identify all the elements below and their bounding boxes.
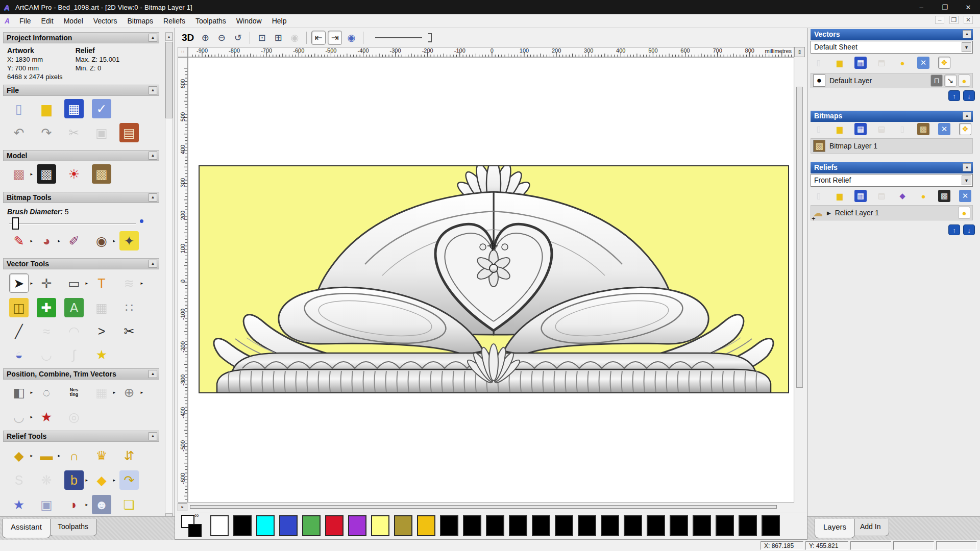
node-editing-icon[interactable]: ∷: [119, 298, 139, 317]
zoom-box-icon[interactable]: ⊡: [255, 31, 269, 45]
collapse-arrow-icon[interactable]: ▲: [149, 34, 157, 42]
menu-reliefs[interactable]: Reliefs: [158, 15, 190, 27]
collapse-arrow-icon[interactable]: ▲: [963, 30, 971, 38]
create-star-icon[interactable]: ★: [92, 345, 111, 364]
palette-swatch-14[interactable]: [532, 515, 550, 536]
toggle-all-vector-layers-icon[interactable]: ❖: [938, 57, 950, 69]
create-plate-icon[interactable]: ▬: [37, 446, 56, 465]
greyscale-from-image-icon[interactable]: ▩: [92, 164, 111, 184]
move-layer-down-button[interactable]: ↓: [963, 90, 975, 101]
relief-layer-row[interactable]: ☁ ▶ Relief Layer 1 ●: [811, 205, 973, 220]
transform-vectors-icon[interactable]: ✛: [37, 273, 56, 293]
open-bitmap-layer-icon[interactable]: ▆: [834, 123, 846, 135]
menu-model[interactable]: Model: [59, 15, 88, 27]
section-relief-tools[interactable]: Relief Tools ▲: [3, 431, 159, 442]
palette-swatch-21[interactable]: [693, 515, 711, 536]
collapse-arrow-icon[interactable]: ▲: [149, 260, 157, 268]
vertical-scrollbar[interactable]: [795, 57, 804, 503]
paint-brush-icon[interactable]: ✎: [9, 231, 29, 251]
palette-swatch-7[interactable]: [371, 515, 389, 536]
colour-indicator[interactable]: ∞: [181, 515, 204, 538]
hscroll-thumb[interactable]: [190, 505, 777, 509]
ruler-options-button[interactable]: ⇕: [794, 47, 805, 57]
brush-slider-handle[interactable]: [12, 217, 19, 230]
menu-bitmaps[interactable]: Bitmaps: [122, 15, 159, 27]
palette-swatch-8[interactable]: [394, 515, 412, 536]
vector-texture-icon[interactable]: ★: [37, 407, 56, 427]
toggle-layer-visibility-icon[interactable]: ●: [896, 57, 909, 69]
collapse-arrow-icon[interactable]: ▲: [963, 112, 971, 120]
iso-form-letter-icon[interactable]: b: [64, 470, 84, 490]
menu-help[interactable]: Help: [267, 15, 292, 27]
scrollbar-thumb[interactable]: [165, 42, 173, 118]
set-lighting-icon[interactable]: ☀: [64, 164, 84, 184]
vector-sheet-dropdown[interactable]: Default Sheet ▼: [811, 41, 973, 54]
paste-relief-icon[interactable]: ↷: [119, 470, 139, 490]
relief-dropdown[interactable]: Front Relief ▼: [811, 174, 973, 187]
open-model-icon[interactable]: ▆: [37, 99, 56, 118]
palette-swatch-0[interactable]: [210, 515, 229, 536]
create-dome-icon[interactable]: ◒: [9, 345, 29, 364]
set-model-size-icon[interactable]: ▩: [9, 164, 29, 184]
bitmap-to-vector-icon[interactable]: ✦: [119, 231, 139, 251]
view-slider-track[interactable]: [375, 37, 422, 38]
tab-toolpaths[interactable]: Toolpaths: [49, 519, 97, 536]
collapse-arrow-icon[interactable]: ▲: [149, 432, 157, 440]
collapse-arrow-icon[interactable]: ▲: [149, 193, 157, 202]
move-layer-up-button[interactable]: ↑: [948, 90, 960, 101]
zoom-in-icon[interactable]: ⊕: [198, 31, 212, 45]
text-on-curve-icon[interactable]: ◌: [37, 383, 56, 402]
palette-swatch-11[interactable]: [463, 515, 481, 536]
palette-swatch-13[interactable]: [509, 515, 527, 536]
bitmap-layer-row[interactable]: ▩ Bitmap Layer 1: [811, 138, 973, 154]
fillet-vectors-icon[interactable]: ◡: [9, 407, 29, 427]
palette-swatch-10[interactable]: [440, 515, 458, 536]
section-vector-tools[interactable]: Vector Tools ▲: [3, 258, 159, 269]
relief-from-vectors-icon[interactable]: ♛: [92, 446, 111, 465]
move-relief-up-button[interactable]: ↑: [948, 224, 960, 235]
scale-relief-icon[interactable]: ⇵: [119, 446, 139, 465]
preview-relief-icon[interactable]: ◉: [344, 31, 358, 45]
tab-layers[interactable]: Layers: [815, 519, 855, 538]
layer-colour-swatch[interactable]: ●: [813, 74, 825, 87]
save-model-icon[interactable]: ▦: [64, 99, 84, 118]
palette-swatch-3[interactable]: [279, 515, 298, 536]
scroll-up-icon[interactable]: ▲: [165, 33, 173, 41]
close-button[interactable]: ✕: [957, 0, 980, 14]
palette-swatch-17[interactable]: [601, 515, 619, 536]
toggle-toolpaths-page-icon[interactable]: ⇥: [328, 31, 342, 45]
toggle-relief-visibility-icon[interactable]: ●: [917, 190, 929, 202]
relief-visibility-icon[interactable]: ●: [958, 207, 970, 219]
section-project-information[interactable]: Project Information ▲: [3, 32, 159, 43]
create-shape-icon[interactable]: ✚: [37, 298, 56, 317]
section-bitmap-tools[interactable]: Bitmap Tools ▲: [3, 192, 159, 203]
create-polyline-icon[interactable]: ╱: [9, 321, 29, 341]
layer-snap-icon[interactable]: ↘: [944, 74, 957, 87]
brush-diameter-slider[interactable]: [9, 223, 136, 224]
adjust-model-icon[interactable]: ▩: [37, 164, 56, 184]
palette-swatch-12[interactable]: [486, 515, 504, 536]
create-arc-icon[interactable]: >: [92, 321, 111, 341]
palette-swatch-22[interactable]: [716, 515, 734, 536]
minimize-button[interactable]: –: [910, 0, 933, 14]
create-text-block-icon[interactable]: A: [64, 298, 84, 317]
save-relief-layer-icon[interactable]: ▦: [854, 190, 867, 202]
chevron-down-icon[interactable]: ▼: [962, 176, 971, 185]
model-properties-icon[interactable]: ✓: [92, 99, 111, 118]
zoom-fit-icon[interactable]: ⊞: [271, 31, 285, 45]
smooth-relief-icon[interactable]: ∩: [64, 446, 84, 465]
save-bitmap-layer-icon[interactable]: ▦: [854, 123, 867, 135]
open-vector-layer-icon[interactable]: ▆: [834, 57, 846, 69]
tab-add-in[interactable]: Add In: [851, 519, 889, 536]
chevron-down-icon[interactable]: ▼: [962, 42, 971, 52]
palette-swatch-16[interactable]: [578, 515, 596, 536]
toggle-assistant-page-icon[interactable]: ⇤: [311, 31, 326, 45]
section-model[interactable]: Model ▲: [3, 150, 159, 161]
menu-vectors[interactable]: Vectors: [88, 15, 122, 27]
undo-icon[interactable]: ↶: [9, 123, 29, 142]
redo-icon[interactable]: ↷: [37, 123, 56, 142]
move-relief-down-button[interactable]: ↓: [963, 224, 975, 235]
create-text-icon[interactable]: T: [92, 273, 111, 293]
zoom-out-icon[interactable]: ⊖: [214, 31, 229, 45]
menu-edit[interactable]: Edit: [36, 15, 59, 27]
